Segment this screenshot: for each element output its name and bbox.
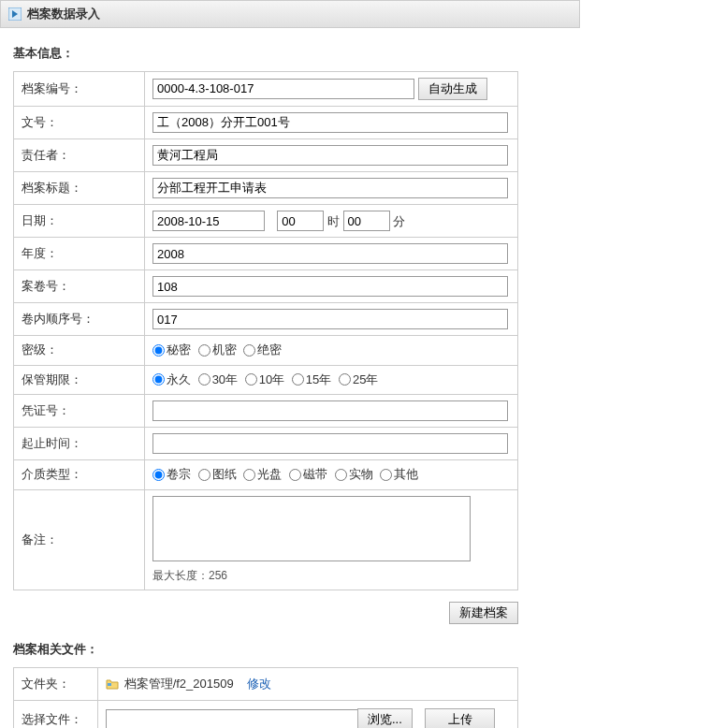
radio-media-3[interactable]: [289, 469, 301, 481]
label-voucher-number: 凭证号：: [14, 395, 145, 428]
radio-media-1[interactable]: [198, 469, 210, 481]
media-type-group: 卷宗 图纸 光盘 磁带 实物 其他: [145, 460, 518, 490]
remark-textarea[interactable]: [152, 496, 471, 561]
label-secret-level: 密级：: [14, 336, 145, 366]
radio-secret-2[interactable]: [243, 344, 255, 357]
label-in-volume-seq: 卷内顺序号：: [14, 303, 145, 336]
year-input[interactable]: [152, 243, 508, 264]
label-remark: 备注：: [14, 489, 145, 590]
radio-retention-2[interactable]: [245, 373, 257, 386]
browse-button[interactable]: 浏览...: [357, 708, 413, 729]
label-media-type: 介质类型：: [14, 460, 145, 490]
label-archive-number: 档案编号：: [14, 72, 145, 107]
folder-path: 档案管理/f2_201509: [124, 677, 234, 691]
page-header: 档案数据录入: [0, 0, 580, 28]
label-date: 日期：: [14, 205, 145, 238]
upload-button[interactable]: 上传: [425, 708, 495, 729]
radio-retention-1[interactable]: [198, 373, 210, 386]
radio-retention-0[interactable]: [152, 373, 165, 386]
label-archive-title: 档案标题：: [14, 172, 145, 205]
start-end-time-input[interactable]: [152, 433, 508, 454]
date-input[interactable]: [152, 211, 265, 231]
radio-media-0[interactable]: [152, 469, 165, 481]
remark-max-length: 最大长度：256: [152, 568, 510, 584]
label-dossier-number: 案卷号：: [14, 270, 145, 303]
arrow-right-icon: [8, 7, 22, 21]
voucher-number-input[interactable]: [152, 400, 508, 421]
file-path-display: [106, 709, 358, 728]
related-files-table: 文件夹： 档案管理/f2_201509 修改 选择文件： 浏览... 上传 点击…: [13, 667, 518, 729]
dossier-number-input[interactable]: [152, 276, 508, 297]
radio-retention-3[interactable]: [292, 373, 304, 386]
label-responsible: 责任者：: [14, 139, 145, 172]
label-start-end-time: 起止时间：: [14, 428, 145, 460]
minute-suffix: 分: [393, 214, 405, 228]
svg-rect-1: [108, 683, 111, 686]
page-title: 档案数据录入: [27, 6, 100, 22]
retention-group: 永久 30年 10年 15年 25年: [145, 365, 518, 395]
auto-generate-button[interactable]: 自动生成: [418, 78, 487, 100]
document-number-input[interactable]: [152, 112, 508, 133]
radio-media-5[interactable]: [380, 469, 392, 481]
label-select-file: 选择文件：: [14, 700, 98, 728]
section-related-files: 档案相关文件：: [13, 641, 698, 658]
label-year: 年度：: [14, 238, 145, 270]
hour-suffix: 时: [327, 214, 340, 228]
label-document-number: 文号：: [14, 107, 145, 139]
archive-title-input[interactable]: [152, 178, 508, 198]
archive-number-input[interactable]: [152, 79, 414, 99]
radio-secret-0[interactable]: [152, 344, 165, 357]
new-archive-button[interactable]: 新建档案: [449, 602, 518, 624]
label-retention: 保管期限：: [14, 365, 145, 395]
radio-media-4[interactable]: [335, 469, 347, 481]
secret-level-group: 秘密 机密 绝密: [145, 336, 518, 366]
radio-retention-4[interactable]: [339, 373, 351, 386]
in-volume-seq-input[interactable]: [152, 309, 508, 329]
radio-media-2[interactable]: [243, 469, 255, 481]
radio-secret-1[interactable]: [198, 344, 210, 357]
section-basic-info: 基本信息：: [13, 45, 698, 62]
hour-input[interactable]: [277, 211, 324, 231]
folder-icon: [106, 677, 119, 691]
modify-link[interactable]: 修改: [247, 677, 271, 691]
label-folder: 文件夹：: [14, 667, 98, 700]
minute-input[interactable]: [343, 211, 390, 231]
responsible-input[interactable]: [152, 145, 508, 166]
basic-info-form: 档案编号： 自动生成 文号： 责任者： 档案标题： 日期：: [13, 71, 518, 590]
